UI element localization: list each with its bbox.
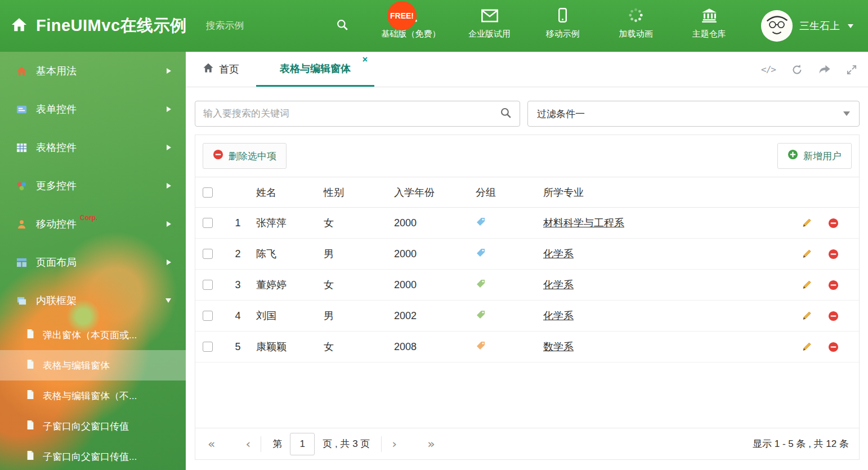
next-page-button[interactable]: › — [390, 437, 399, 451]
table-row: 5 康颖颖 女 2008 数学系 — [195, 332, 859, 362]
delete-row-icon[interactable] — [828, 280, 839, 290]
app-header: FineUIMvc在线示例 FREE! 基础版（免费） 企业版试用 移动示例 — [0, 0, 868, 52]
edit-pencil-icon[interactable] — [801, 279, 812, 290]
delete-row-icon[interactable] — [828, 311, 839, 321]
row-checkbox[interactable] — [203, 280, 213, 290]
page-number-input[interactable] — [290, 433, 315, 455]
nav-loading-animation[interactable]: 加载动画 — [612, 8, 660, 39]
bank-icon — [701, 8, 718, 25]
source-code-icon[interactable]: </> — [761, 64, 776, 75]
expand-icon[interactable] — [847, 65, 857, 75]
close-icon[interactable]: × — [363, 55, 368, 64]
table-row: 3 董婷婷 女 2000 化学系 — [195, 270, 859, 301]
sidebar-item-basic-usage[interactable]: 基本用法 — [0, 52, 186, 90]
sidebar-subitem-label: 子窗口向父窗口传值... — [43, 450, 137, 463]
search-icon[interactable] — [500, 107, 512, 121]
share-icon[interactable] — [818, 64, 831, 75]
delete-row-icon[interactable] — [828, 218, 839, 229]
delete-selected-button[interactable]: 删除选中项 — [203, 143, 287, 169]
sidebar-item-grid-controls[interactable]: 表格控件 — [0, 128, 186, 167]
row-checkbox[interactable] — [203, 311, 213, 321]
edit-pencil-icon[interactable] — [801, 341, 812, 352]
cell-name: 康颖颖 — [250, 340, 320, 353]
cell-name: 刘国 — [250, 309, 320, 323]
sidebar-item-form-controls[interactable]: 表单控件 — [0, 90, 186, 128]
last-page-button[interactable]: » — [425, 437, 437, 451]
delete-row-icon[interactable] — [828, 342, 839, 352]
nav-enterprise-trial[interactable]: 企业版试用 — [466, 9, 514, 39]
nav-label: 基础版（免费） — [382, 29, 441, 39]
table-header: 姓名 性别 入学年份 分组 所学专业 — [195, 177, 859, 208]
edit-pencil-icon[interactable] — [801, 248, 812, 259]
edit-pencil-icon[interactable] — [801, 217, 812, 229]
sidebar-subitem-child-to-parent[interactable]: 子窗口向父窗口传值 — [0, 411, 186, 441]
tab-grid-edit-window[interactable]: 表格与编辑窗体 × — [256, 52, 374, 87]
search-icon[interactable] — [336, 19, 348, 33]
major-link[interactable]: 化学系 — [543, 279, 574, 290]
sidebar-subitem-grid-edit-window[interactable]: 表格与编辑窗体 — [0, 350, 186, 381]
grid-icon — [16, 142, 27, 153]
corp-badge: Corp. — [80, 214, 97, 222]
edit-pencil-icon[interactable] — [801, 310, 812, 321]
file-icon — [26, 390, 35, 402]
file-icon — [26, 450, 35, 463]
sidebar-item-iframe[interactable]: 内联框架 — [0, 281, 186, 320]
sidebar-subitem-popup-window[interactable]: 弹出窗体（本页面或... — [0, 320, 186, 350]
nav-theme-repo[interactable]: 主题仓库 — [685, 8, 733, 39]
chevron-down-icon — [843, 111, 850, 116]
cell-name: 陈飞 — [250, 247, 320, 261]
sidebar-subitem-label: 表格与编辑窗体（不... — [43, 390, 137, 402]
brand[interactable]: FineUIMvc在线示例 — [0, 15, 187, 37]
tag-icon — [476, 217, 486, 230]
major-link[interactable]: 数学系 — [543, 341, 574, 352]
chevron-right-icon — [167, 106, 171, 112]
major-link[interactable]: 材料科学与工程系 — [543, 217, 624, 229]
table-row: 1 张萍萍 女 2000 材料科学与工程系 — [195, 208, 859, 239]
person-icon — [16, 219, 27, 230]
keyword-search-input[interactable] — [203, 108, 500, 119]
home-icon — [16, 66, 27, 77]
row-checkbox[interactable] — [203, 342, 213, 352]
chevron-right-icon — [167, 221, 171, 227]
sidebar-subitem-child-to-parent-2[interactable]: 子窗口向父窗口传值... — [0, 441, 186, 470]
tag-icon — [476, 310, 486, 323]
tab-home[interactable]: 首页 — [186, 52, 256, 87]
cell-year: 2000 — [387, 279, 469, 291]
nav-mobile-demo[interactable]: 移动示例 — [539, 8, 587, 39]
cell-gender: 女 — [320, 278, 387, 292]
add-user-button[interactable]: 新增用户 — [777, 143, 852, 169]
sidebar-item-label: 移动控件 — [36, 217, 77, 231]
filter-row: 过滤条件一 — [186, 87, 868, 127]
cell-group — [469, 341, 534, 353]
refresh-icon[interactable] — [791, 64, 803, 75]
user-menu[interactable]: 三生石上 — [761, 10, 868, 42]
cell-group — [469, 310, 534, 323]
sidebar-item-more-controls[interactable]: 更多控件 — [0, 167, 186, 205]
major-link[interactable]: 化学系 — [543, 310, 574, 321]
prev-page-button[interactable]: ‹ — [243, 437, 253, 451]
sidebar-subitem-grid-edit-window-2[interactable]: 表格与编辑窗体（不... — [0, 381, 186, 411]
cell-name: 董婷婷 — [250, 278, 320, 292]
file-icon — [26, 359, 35, 372]
header-search — [206, 19, 319, 33]
divider — [381, 436, 382, 452]
grid-panel: 删除选中项 新增用户 姓名 性别 入学年份 分组 所学专业 1 张萍萍 — [195, 135, 860, 460]
button-label: 删除选中项 — [229, 150, 276, 163]
column-gender: 性别 — [320, 186, 387, 199]
more-controls-icon — [16, 181, 27, 191]
sidebar-item-label: 表格控件 — [36, 141, 77, 154]
first-page-button[interactable]: « — [205, 437, 217, 451]
cell-name: 张萍萍 — [250, 216, 320, 230]
row-checkbox[interactable] — [203, 218, 213, 228]
select-all-checkbox[interactable] — [203, 187, 213, 198]
filter-dropdown[interactable]: 过滤条件一 — [527, 101, 860, 127]
sidebar-item-mobile-controls[interactable]: 移动控件 Corp. — [0, 205, 186, 243]
cell-gender: 男 — [320, 247, 387, 261]
tab-bar: 首页 表格与编辑窗体 × </> — [186, 52, 868, 87]
sidebar-item-page-layout[interactable]: 页面布局 — [0, 243, 186, 281]
header-search-input[interactable] — [206, 20, 330, 32]
major-link[interactable]: 化学系 — [543, 248, 574, 259]
delete-row-icon[interactable] — [828, 249, 839, 259]
row-checkbox[interactable] — [203, 249, 213, 259]
sidebar-subitem-label: 子窗口向父窗口传值 — [43, 420, 129, 433]
